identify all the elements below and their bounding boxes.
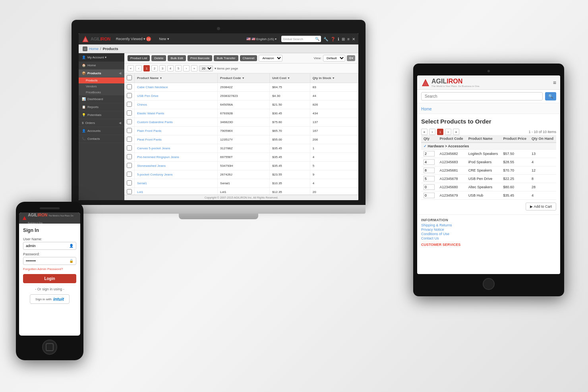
breadcrumb-home-link[interactable]: Home xyxy=(89,47,99,51)
row-checkbox[interactable] xyxy=(127,119,132,124)
tablet-search-button[interactable]: 🔍 xyxy=(545,92,556,100)
qty-input[interactable] xyxy=(424,159,435,165)
product-name-link[interactable]: Custom Gabardine Pants xyxy=(137,120,173,124)
product-name-link[interactable]: Stonewashed Jeans xyxy=(137,164,166,168)
t-first-btn[interactable]: « xyxy=(421,129,427,135)
qty-cell[interactable] xyxy=(421,183,437,191)
sort-qty-icon[interactable]: ▼ xyxy=(332,77,335,79)
table-row[interactable]: Cabe Chain Necklace 293842Z $64.75 83 xyxy=(124,83,358,92)
product-name-link[interactable]: Lot1 xyxy=(137,190,143,194)
tablet-table-row[interactable]: A12345682 Logitech Speakers $57.50 13 xyxy=(421,150,556,158)
language-selector[interactable]: 🇺🇸 🇺🇸 English (US) ▾ xyxy=(244,36,279,42)
table-row[interactable]: Custom Gabardine Pants 346823D $75.60 13… xyxy=(124,118,358,127)
row-checkbox[interactable] xyxy=(127,128,132,133)
row-checkbox[interactable] xyxy=(127,189,132,194)
select-all-header[interactable] xyxy=(124,73,135,83)
shipping-link[interactable]: Shipping & Returns xyxy=(421,223,556,227)
view-gear-btn[interactable]: ⚙▾ xyxy=(347,55,355,61)
login-button[interactable]: Login xyxy=(23,274,76,283)
recently-viewed-nav[interactable]: Recently Viewed ▾ 21 xyxy=(114,36,153,42)
tablet-table-row[interactable]: A12345681 CRE Speakers $70.70 12 xyxy=(421,166,556,175)
table-row[interactable]: Plain Front Pants 790596X $65.70 167 xyxy=(124,127,358,135)
menu-icon[interactable]: ≡ xyxy=(347,37,350,41)
row-checkbox[interactable] xyxy=(127,110,132,116)
tools-icon[interactable]: 🔧 xyxy=(323,37,328,41)
bulk-transfer-btn[interactable]: Bulk Transfer xyxy=(214,55,238,61)
add-to-cart-button[interactable]: ▶ Add to Cart xyxy=(526,203,556,210)
contact-link[interactable]: Contact Us xyxy=(421,236,556,240)
page-3-btn[interactable]: 3 xyxy=(159,65,166,71)
product-name-link[interactable]: Pre-hemmed Ringspun Jeans xyxy=(137,155,179,159)
sidebar-item-reports[interactable]: 📋 Reports xyxy=(79,103,124,111)
tablet-table-row[interactable]: A12345679 USB Hub $35.45 4 xyxy=(421,191,556,200)
channel-btn[interactable]: Channel xyxy=(240,55,257,61)
row-checkbox[interactable] xyxy=(127,102,132,107)
tablet-search-input[interactable] xyxy=(421,92,543,100)
sidebar-item-orders[interactable]: $ Orders ◀ xyxy=(79,119,124,127)
qty-input[interactable] xyxy=(424,176,435,182)
table-row[interactable]: Lot1 Lot1 $12.35 20 xyxy=(124,188,358,195)
product-name-link[interactable]: 5-pocket Corduroy Jeans xyxy=(137,173,172,176)
tablet-home-button[interactable] xyxy=(483,278,495,290)
sidebar-item-accounts[interactable]: 👤 Accounts xyxy=(79,127,124,135)
t-prev-btn[interactable]: ‹ xyxy=(429,129,435,135)
product-name-link[interactable]: Pleat Front Pants xyxy=(137,138,162,141)
global-search-box[interactable]: Global Search 🔍 xyxy=(281,36,321,42)
t-page-1-btn[interactable]: 1 xyxy=(437,129,443,135)
qty-cell[interactable] xyxy=(421,191,437,200)
page-2-btn[interactable]: 2 xyxy=(151,65,158,71)
tablet-menu-icon[interactable]: ≡ xyxy=(553,79,556,86)
page-4-btn[interactable]: 4 xyxy=(167,65,174,71)
table-row[interactable]: Pre-hemmed Ringspun Jeans 697556T $35.45… xyxy=(124,153,358,162)
row-checkbox[interactable] xyxy=(127,137,132,142)
t-last-btn[interactable]: » xyxy=(453,129,459,135)
sidebar-item-potentials[interactable]: 💡 Potentials xyxy=(79,111,124,119)
sidebar-item-products[interactable]: 📦 Products ◀ xyxy=(79,70,124,77)
search-icon[interactable]: 🔍 xyxy=(315,37,319,41)
items-per-page-select[interactable]: 20 xyxy=(199,66,213,71)
qty-cell[interactable] xyxy=(421,150,437,158)
select-all-checkbox[interactable] xyxy=(127,75,132,80)
row-checkbox[interactable] xyxy=(127,154,132,159)
sidebar-item-dashboard[interactable]: 📊 Dashboard xyxy=(79,95,124,103)
table-row[interactable]: 5-pocket Corduroy Jeans 267426J $23.55 9 xyxy=(124,170,358,179)
sidebar-item-home[interactable]: 🏠 Home xyxy=(79,62,124,70)
product-list-btn[interactable]: Product List xyxy=(128,55,150,61)
sort-cost-icon[interactable]: ▼ xyxy=(287,77,290,79)
tablet-table-row[interactable]: A12345678 USB Pen Drive $22.25 8 xyxy=(421,175,556,183)
row-checkbox[interactable] xyxy=(127,172,132,177)
row-checkbox[interactable] xyxy=(127,93,132,98)
table-row[interactable]: Chinos 645056A $21.50 826 xyxy=(124,100,358,109)
table-row[interactable]: Pleat Front Pants 123517Y $55.00 206 xyxy=(124,135,358,144)
qty-input[interactable] xyxy=(424,168,435,173)
table-row[interactable]: USB Pen Drive 2938327823 $4.30 44 xyxy=(124,92,358,100)
sidebar-sub-pricebooks[interactable]: PriceBooks xyxy=(79,89,124,95)
prev-page-btn[interactable]: ‹ xyxy=(135,65,142,71)
table-row[interactable]: Elastic Waist Pants 679392B $30.45 434 xyxy=(124,109,358,118)
password-input[interactable]: •••••••• 🔒 xyxy=(23,257,76,265)
product-name-link[interactable]: Canvas 5-pocket Jeans xyxy=(137,147,170,150)
row-checkbox[interactable] xyxy=(127,84,132,89)
sidebar-sub-vendors[interactable]: Vendors xyxy=(79,83,124,89)
tablet-table-row[interactable]: A12345683 iPod Speakers $28.55 4 xyxy=(421,158,556,166)
new-nav[interactable]: New ▾ xyxy=(157,36,172,42)
product-name-link[interactable]: Cabe Chain Necklace xyxy=(137,85,168,89)
table-row[interactable]: Canvas 5-pocket Jeans 312788Z $35.45 1 xyxy=(124,144,358,153)
tablet-table-row[interactable]: A12345680 Altec Speakers $80.60 28 xyxy=(421,183,556,191)
intuit-signin-button[interactable]: Sign in with intuit xyxy=(30,294,70,304)
qty-input[interactable] xyxy=(424,151,435,156)
forgot-password-link[interactable]: Forgotten Admin Password? xyxy=(23,267,76,271)
tablet-home-link[interactable]: Home xyxy=(421,107,432,111)
page-5-btn[interactable]: 5 xyxy=(175,65,182,71)
phone-home-button[interactable] xyxy=(42,340,57,355)
sidebar-item-contacts[interactable]: 📞 Contacts xyxy=(79,135,124,143)
product-name-link[interactable]: Chinos xyxy=(137,103,147,106)
page-1-btn[interactable]: 1 xyxy=(143,65,150,71)
channel-select[interactable]: Amazon xyxy=(259,55,282,62)
row-checkbox[interactable] xyxy=(127,145,132,151)
product-name-link[interactable]: Elastic Waist Pants xyxy=(137,112,164,115)
close-icon[interactable]: ✕ xyxy=(352,37,355,41)
info-icon[interactable]: ℹ xyxy=(338,37,339,41)
product-name-link[interactable]: Plain Front Pants xyxy=(137,129,161,133)
sort-name-icon[interactable]: ▼ xyxy=(159,77,162,79)
